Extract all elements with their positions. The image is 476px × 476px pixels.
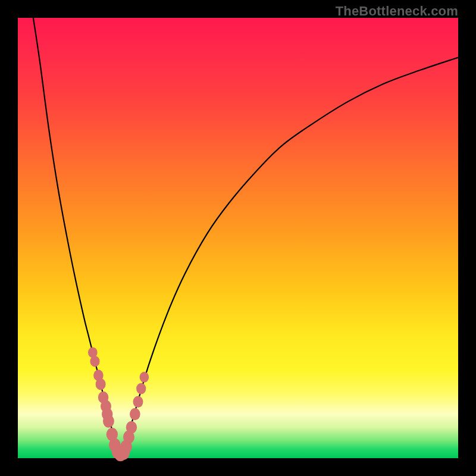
bead (90, 356, 99, 367)
watermark-text: TheBottleneck.com (336, 4, 458, 19)
bead (140, 372, 149, 383)
bead (130, 408, 140, 420)
bead (136, 383, 146, 394)
plot-area (18, 18, 458, 458)
curves-svg (18, 18, 458, 458)
bead-group (88, 347, 149, 461)
chart-frame: TheBottleneck.com (0, 0, 476, 476)
left-curve (33, 18, 118, 454)
right-curve (123, 58, 458, 453)
bead (133, 396, 143, 408)
bead (103, 415, 114, 428)
bead (96, 378, 106, 390)
bead (126, 421, 137, 434)
